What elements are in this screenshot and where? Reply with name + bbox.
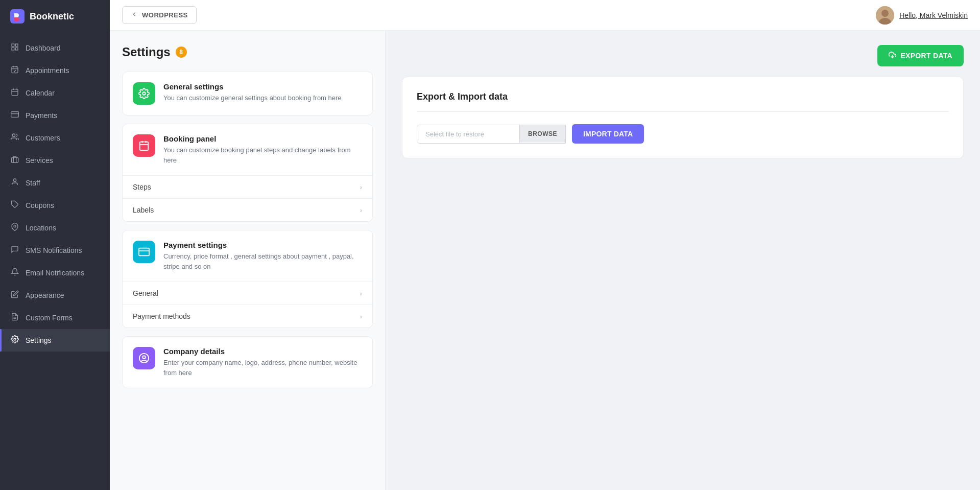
sidebar-item-label: Custom Forms [26, 314, 73, 322]
credit-card-icon [10, 110, 19, 121]
sidebar-item-customers[interactable]: Customers [0, 127, 110, 149]
labels-chevron-icon: › [360, 206, 362, 214]
main-area: WORDPRESS Hello, Mark Velmiskin Settings… [110, 0, 980, 490]
sidebar-logo: Booknetic [0, 0, 110, 33]
general-settings-desc: You can customize general settings about… [163, 93, 342, 103]
edit-icon [10, 290, 19, 300]
sidebar-item-label: SMS Notifications [26, 246, 82, 254]
company-details-title: Company details [163, 347, 362, 356]
general-settings-title: General settings [163, 82, 342, 91]
sidebar: Booknetic Dashboard Appointments Calenda… [0, 0, 110, 490]
user-info[interactable]: Hello, Mark Velmiskin [876, 6, 968, 25]
sidebar-item-label: Locations [26, 224, 56, 232]
payment-methods-chevron-icon: › [360, 313, 362, 320]
svg-rect-3 [12, 48, 14, 50]
export-import-title: Export & Import data [417, 91, 949, 112]
svg-rect-9 [12, 89, 18, 96]
sidebar-item-payments[interactable]: Payments [0, 104, 110, 127]
sidebar-item-email-notifications[interactable]: Email Notifications [0, 262, 110, 284]
sidebar-item-label: Appearance [26, 291, 64, 299]
browse-button[interactable]: BROWSE [519, 125, 565, 143]
svg-rect-31 [139, 248, 149, 256]
sidebar-item-label: Staff [26, 179, 40, 187]
labels-row[interactable]: Labels › [123, 198, 372, 221]
right-panel: EXPORT DATA Export & Import data Select … [386, 31, 980, 490]
payment-methods-row[interactable]: Payment methods › [123, 305, 372, 328]
payment-general-chevron-icon: › [360, 290, 362, 297]
general-settings-card[interactable]: General settings You can customize gener… [122, 72, 373, 115]
steps-label: Steps [133, 183, 151, 191]
booking-panel-title: Booking panel [163, 134, 362, 143]
payment-general-row[interactable]: General › [123, 282, 372, 305]
payment-methods-label: Payment methods [133, 312, 190, 320]
avatar [876, 6, 894, 25]
export-data-button[interactable]: EXPORT DATA [877, 45, 964, 66]
payment-settings-desc: Currency, price format , general setting… [163, 251, 362, 271]
payment-general-label: General [133, 289, 158, 297]
export-icon [889, 51, 896, 60]
svg-point-17 [13, 179, 16, 181]
sidebar-item-settings[interactable]: Settings [0, 329, 110, 352]
labels-label: Labels [133, 206, 154, 214]
sidebar-item-label: Settings [26, 336, 52, 344]
right-panel-header: EXPORT DATA [402, 45, 964, 66]
sidebar-item-dashboard[interactable]: Dashboard [0, 37, 110, 59]
wp-back-arrow-icon [131, 11, 138, 19]
file-placeholder-text: Select file to restore [417, 125, 519, 143]
sidebar-item-staff[interactable]: Staff [0, 172, 110, 194]
sidebar-item-coupons[interactable]: Coupons [0, 194, 110, 217]
svg-rect-13 [11, 112, 19, 118]
app-name: Booknetic [30, 11, 74, 22]
steps-chevron-icon: › [360, 183, 362, 191]
sidebar-item-calendar[interactable]: Calendar [0, 82, 110, 104]
import-data-button[interactable]: IMPORT DATA [572, 124, 644, 144]
file-text-icon [10, 313, 19, 323]
payment-settings-card[interactable]: Payment settings Currency, price format … [122, 230, 373, 328]
general-settings-icon [133, 82, 155, 105]
settings-title-area: Settings 8 [122, 45, 373, 59]
company-details-card[interactable]: Company details Enter your company name,… [122, 336, 373, 388]
sidebar-item-label: Calendar [26, 89, 55, 97]
sidebar-item-label: Services [26, 156, 53, 165]
bell-icon [10, 268, 19, 278]
tag-icon [10, 200, 19, 211]
svg-rect-1 [12, 44, 14, 46]
sidebar-item-label: Email Notifications [26, 269, 84, 277]
payment-settings-icon [133, 241, 155, 263]
sidebar-item-label: Customers [26, 134, 60, 142]
settings-icon [10, 335, 19, 345]
company-details-desc: Enter your company name, logo, address, … [163, 358, 362, 378]
svg-point-26 [142, 92, 146, 95]
file-input-area: Select file to restore BROWSE [417, 125, 566, 144]
import-row: Select file to restore BROWSE IMPORT DAT… [417, 124, 949, 144]
sidebar-item-sms-notifications[interactable]: SMS Notifications [0, 239, 110, 262]
booking-panel-icon [133, 134, 155, 157]
svg-rect-2 [15, 44, 18, 46]
sidebar-item-label: Dashboard [26, 44, 61, 52]
steps-row[interactable]: Steps › [123, 175, 372, 198]
svg-point-15 [12, 134, 15, 136]
briefcase-icon [10, 155, 19, 166]
export-import-card: Export & Import data Select file to rest… [402, 77, 964, 158]
wp-button-label: WORDPRESS [142, 11, 188, 19]
map-pin-icon [10, 223, 19, 233]
svg-point-34 [142, 356, 146, 359]
sidebar-item-services[interactable]: Services [0, 149, 110, 172]
sidebar-item-label: Coupons [26, 201, 54, 209]
sidebar-item-locations[interactable]: Locations [0, 217, 110, 239]
svg-rect-16 [11, 158, 18, 162]
settings-title-text: Settings [122, 45, 171, 59]
sidebar-item-custom-forms[interactable]: Custom Forms [0, 307, 110, 329]
wordpress-button[interactable]: WORDPRESS [122, 6, 197, 24]
sidebar-nav: Dashboard Appointments Calendar Payments [0, 33, 110, 490]
svg-point-24 [881, 10, 889, 17]
payment-settings-title: Payment settings [163, 241, 362, 249]
svg-rect-4 [15, 48, 18, 50]
sidebar-item-appearance[interactable]: Appearance [0, 284, 110, 307]
user-greeting: Hello, Mark Velmiskin [899, 11, 968, 19]
svg-rect-5 [12, 67, 18, 73]
sidebar-item-appointments[interactable]: Appointments [0, 59, 110, 82]
svg-point-22 [14, 338, 16, 340]
booking-panel-card[interactable]: Booking panel You can customize booking … [122, 124, 373, 222]
settings-badge: 8 [176, 46, 187, 58]
